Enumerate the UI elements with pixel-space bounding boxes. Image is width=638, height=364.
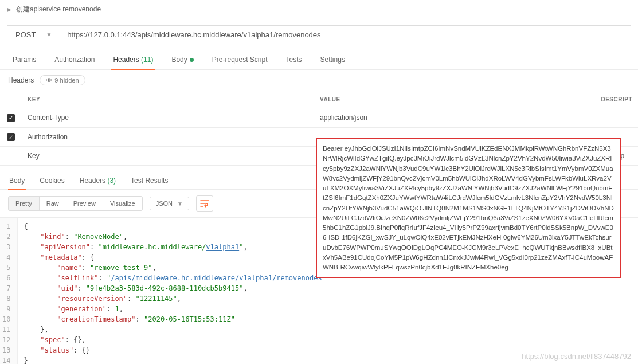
pretty-button[interactable]: Pretty xyxy=(9,197,40,210)
method-select[interactable]: POST ▼ xyxy=(7,25,60,44)
eye-icon: 👁 xyxy=(46,77,52,84)
resp-tab-test-results[interactable]: Test Results xyxy=(130,172,169,189)
breadcrumb: ▶ 创建apiservice removenode xyxy=(0,0,638,19)
resp-tab-cookies[interactable]: Cookies xyxy=(38,172,65,189)
tab-tests[interactable]: Tests xyxy=(284,50,304,69)
watermark: https://blog.csdn.net/ll837448792 xyxy=(522,352,631,361)
chevron-down-icon: ▼ xyxy=(46,32,52,38)
request-row: POST ▼ https://127.0.0.1:443/apis/middle… xyxy=(0,19,638,50)
page-title: 创建apiservice removenode xyxy=(16,5,101,14)
tab-authorization[interactable]: Authorization xyxy=(52,50,97,69)
wrap-icon xyxy=(200,199,209,208)
tab-body[interactable]: Body xyxy=(169,50,195,69)
preview-button[interactable]: Preview xyxy=(66,197,103,210)
col-key: KEY xyxy=(22,91,314,108)
chevron-down-icon: ▼ xyxy=(177,201,183,207)
tab-prerequest[interactable]: Pre-request Script xyxy=(210,50,270,69)
tab-headers[interactable]: Headers (11) xyxy=(111,50,155,69)
table-row[interactable]: ✓ Content-Type application/json xyxy=(0,108,638,128)
hidden-toggle[interactable]: 👁 9 hidden xyxy=(40,75,85,85)
line-gutter: 1234567891011121314 xyxy=(0,218,18,364)
wrap-lines-button[interactable] xyxy=(196,195,213,212)
view-mode-group: Pretty Raw Preview Visualize xyxy=(8,196,143,211)
checkbox-icon[interactable]: ✓ xyxy=(7,133,15,141)
resp-tab-body[interactable]: Body xyxy=(8,172,26,189)
tab-settings[interactable]: Settings xyxy=(318,50,347,69)
format-select[interactable]: JSON ▼ xyxy=(150,197,189,210)
tab-params[interactable]: Params xyxy=(10,50,38,69)
checkbox-icon[interactable]: ✓ xyxy=(7,114,15,122)
col-value: VALUE xyxy=(314,91,595,108)
col-desc: DESCRIPT xyxy=(595,91,638,108)
headers-title: Headers xyxy=(8,76,34,84)
resp-tab-headers[interactable]: Headers (3) xyxy=(79,172,117,189)
caret-right-icon[interactable]: ▶ xyxy=(7,6,11,13)
dot-icon xyxy=(190,58,194,62)
raw-button[interactable]: Raw xyxy=(40,197,66,210)
url-input[interactable]: https://127.0.0.1:443/apis/middleware.hc… xyxy=(60,25,631,44)
headers-bar: Headers 👁 9 hidden xyxy=(0,70,638,91)
request-tabs: Params Authorization Headers (11) Body P… xyxy=(0,50,638,70)
code-content[interactable]: { "kind": "RemoveNode", "apiVersion": "m… xyxy=(18,218,327,364)
visualize-button[interactable]: Visualize xyxy=(103,197,142,210)
auth-value-overlay[interactable]: Bearer eyJhbGciOiJSUzI1NiIsImtpZCI6ImNvS… xyxy=(316,138,621,278)
